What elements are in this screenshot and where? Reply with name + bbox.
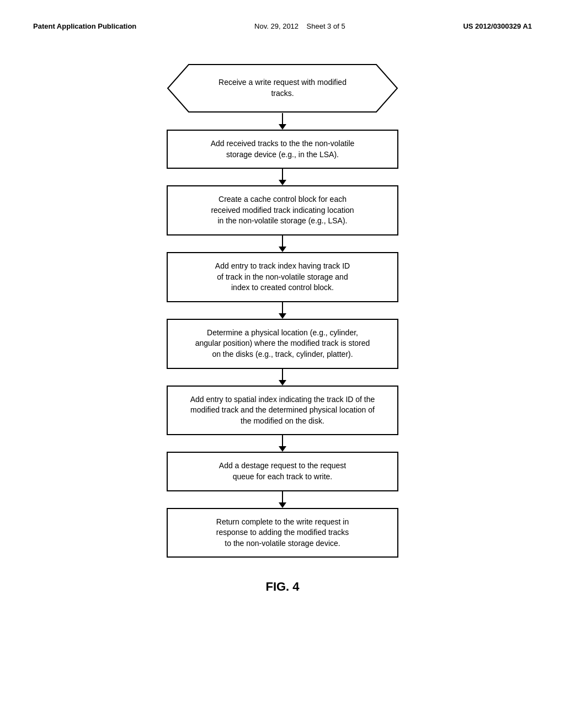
header-date: Nov. 29, 2012 bbox=[254, 22, 299, 30]
arrow-4 bbox=[279, 302, 286, 319]
node-106: Add entry to track index having track ID… bbox=[167, 252, 398, 302]
node-104: Create a cache control block for eachrec… bbox=[167, 185, 398, 235]
node-108: Determine a physical location (e.g., cyl… bbox=[167, 319, 398, 369]
figure-label: FIG. 4 bbox=[33, 580, 532, 594]
node-154-wrapper: Return complete to the write request inr… bbox=[33, 508, 532, 558]
node-154: Return complete to the write request inr… bbox=[167, 508, 398, 558]
node-102: Add received tracks to the the non-volat… bbox=[167, 130, 398, 169]
node-102-wrapper: Add received tracks to the the non-volat… bbox=[33, 130, 532, 169]
header-left: Patent Application Publication bbox=[33, 22, 136, 30]
header: Patent Application Publication Nov. 29, … bbox=[33, 22, 532, 30]
node-100-text: Receive a write request with modifiedtra… bbox=[218, 77, 347, 99]
node-108-wrapper: Determine a physical location (e.g., cyl… bbox=[33, 319, 532, 369]
node-106-wrapper: Add entry to track index having track ID… bbox=[33, 252, 532, 302]
node-100-wrapper: Receive a write request with modifiedtra… bbox=[33, 63, 532, 113]
header-right: US 2012/0300329 A1 bbox=[463, 22, 532, 30]
header-sheet: Sheet 3 of 5 bbox=[307, 22, 345, 30]
flowchart: Receive a write request with modifiedtra… bbox=[33, 63, 532, 558]
arrow-2 bbox=[279, 169, 286, 185]
header-center: Nov. 29, 2012 Sheet 3 of 5 bbox=[254, 22, 345, 30]
arrow-3 bbox=[279, 235, 286, 252]
page: Patent Application Publication Nov. 29, … bbox=[0, 0, 565, 728]
node-104-wrapper: Create a cache control block for eachrec… bbox=[33, 185, 532, 235]
arrow-7 bbox=[279, 491, 286, 508]
node-110: Add entry to spatial index indicating th… bbox=[167, 386, 398, 436]
node-110-wrapper: Add entry to spatial index indicating th… bbox=[33, 386, 532, 436]
node-152-wrapper: Add a destage request to the requestqueu… bbox=[33, 452, 532, 491]
arrow-1 bbox=[279, 113, 286, 130]
node-152: Add a destage request to the requestqueu… bbox=[167, 452, 398, 491]
arrow-6 bbox=[279, 435, 286, 452]
arrow-5 bbox=[279, 369, 286, 386]
node-100: Receive a write request with modifiedtra… bbox=[167, 63, 398, 113]
